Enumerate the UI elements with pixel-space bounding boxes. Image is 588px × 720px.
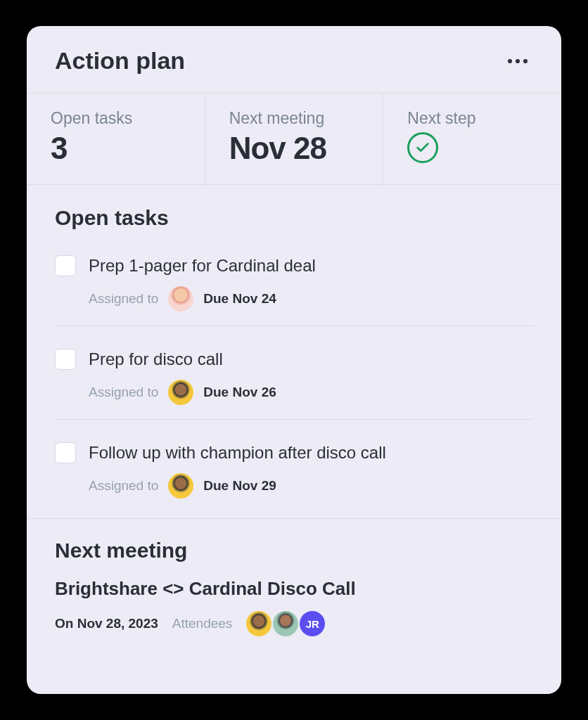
attendees-label: Attendees <box>172 616 233 631</box>
action-plan-card: Action plan Open tasks 3 Next meeting No… <box>27 26 561 694</box>
meeting-date: On Nov 28, 2023 <box>55 616 158 631</box>
next-meeting-section: Next meeting Brightshare <> Cardinal Dis… <box>27 519 561 636</box>
due-date: Due Nov 29 <box>203 478 276 494</box>
assignee-avatar[interactable] <box>168 380 193 405</box>
due-date: Due Nov 24 <box>203 291 276 307</box>
open-tasks-section: Open tasks Prep 1-pager for Cardinal dea… <box>27 185 561 513</box>
stat-label: Next step <box>407 109 542 128</box>
task-checkbox[interactable] <box>55 255 76 276</box>
section-title: Open tasks <box>55 206 533 230</box>
task-checkbox[interactable] <box>55 442 76 463</box>
meeting-title: Brightshare <> Cardinal Disco Call <box>55 578 533 600</box>
task-title[interactable]: Prep for disco call <box>89 349 223 369</box>
task-item: Follow up with champion after disco call… <box>55 432 533 513</box>
attendee-list: JR <box>246 611 325 636</box>
stat-label: Open tasks <box>51 109 185 128</box>
due-date: Due Nov 26 <box>203 385 276 400</box>
stat-value: 3 <box>51 131 185 166</box>
attendee-avatar[interactable]: JR <box>300 611 325 636</box>
assignee-avatar[interactable] <box>168 286 193 311</box>
card-header: Action plan <box>27 26 561 93</box>
task-checkbox[interactable] <box>55 349 76 370</box>
stat-value: Nov 28 <box>229 131 364 166</box>
more-menu-icon[interactable] <box>502 53 533 69</box>
page-title: Action plan <box>55 47 185 75</box>
section-title: Next meeting <box>55 539 533 562</box>
task-title[interactable]: Follow up with champion after disco call <box>89 443 386 463</box>
stat-open-tasks[interactable]: Open tasks 3 <box>27 94 205 184</box>
assignee-avatar[interactable] <box>168 473 193 499</box>
check-circle-icon <box>407 132 438 163</box>
task-title[interactable]: Prep 1-pager for Cardinal deal <box>89 256 316 276</box>
stat-next-step[interactable]: Next step <box>383 94 561 184</box>
task-item: Prep for disco call Assigned to Due Nov … <box>55 339 533 420</box>
assigned-to-label: Assigned to <box>89 478 158 494</box>
attendee-avatar[interactable] <box>273 611 298 636</box>
stat-label: Next meeting <box>229 109 364 128</box>
assigned-to-label: Assigned to <box>89 291 158 307</box>
meeting-meta: On Nov 28, 2023 Attendees JR <box>55 611 533 636</box>
attendee-avatar[interactable] <box>246 611 271 636</box>
stats-row: Open tasks 3 Next meeting Nov 28 Next st… <box>27 93 561 185</box>
stat-next-meeting[interactable]: Next meeting Nov 28 <box>205 94 384 184</box>
assigned-to-label: Assigned to <box>89 385 158 400</box>
task-item: Prep 1-pager for Cardinal deal Assigned … <box>55 245 533 326</box>
